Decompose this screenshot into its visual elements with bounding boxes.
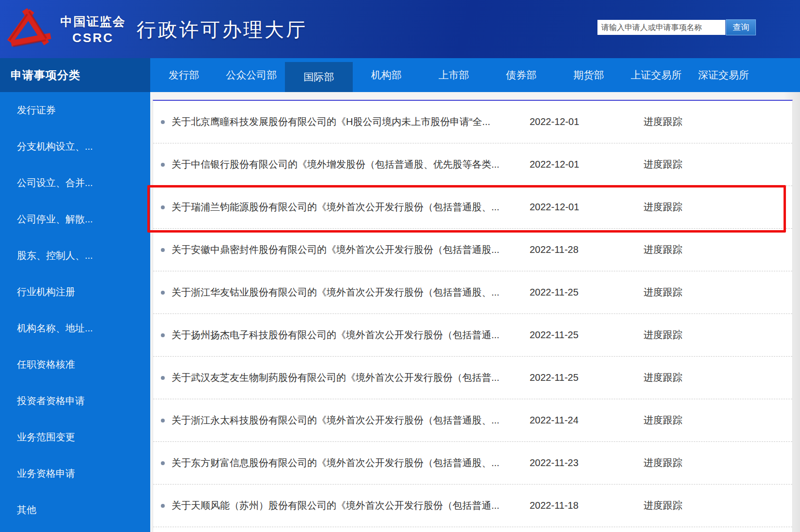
bullet-icon (161, 333, 165, 337)
application-title-link[interactable]: 关于扬州扬杰电子科技股份有限公司的《境外首次公开发行股份（包括普通... (172, 329, 530, 342)
department-tab[interactable]: 期货部 (555, 58, 622, 92)
bullet-icon (161, 376, 165, 380)
application-date: 2022-11-18 (530, 500, 583, 511)
application-title-link[interactable]: 关于浙江永太科技股份有限公司的《境外首次公开发行股份（包括普通股、... (172, 414, 530, 427)
page-title: 行政许可办理大厅 (137, 16, 307, 43)
application-title-link[interactable]: 关于瑞浦兰钧能源股份有限公司的《境外首次公开发行股份（包括普通股、... (172, 201, 530, 214)
progress-tracking-link[interactable]: 进度跟踪 (643, 286, 685, 299)
bullet-icon (161, 205, 165, 209)
csrc-logo-icon (4, 3, 54, 55)
application-date: 2022-12-01 (530, 116, 583, 127)
sidebar-category-item[interactable]: 投资者资格申请 (0, 383, 150, 419)
progress-tracking-link[interactable]: 进度跟踪 (643, 115, 685, 128)
sidebar-category-item[interactable]: 任职资格核准 (0, 346, 150, 383)
department-tab[interactable]: 国际部 (285, 62, 352, 92)
content-area: 关于北京鹰瞳科技发展股份有限公司的《H股公司境内未上市股份申请“全... 202… (150, 92, 800, 532)
application-date: 2022-11-25 (530, 287, 583, 298)
sidebar-category-item[interactable]: 机构名称、地址... (0, 310, 150, 346)
progress-tracking-link[interactable]: 进度跟踪 (643, 243, 685, 256)
top-banner: 中国证监会 CSRC 行政许可办理大厅 查询 (0, 0, 800, 58)
list-item-row: 关于天顺风能（苏州）股份有限公司的《境外首次公开发行股份（包括普通... 202… (153, 485, 792, 527)
progress-tracking-link[interactable]: 进度跟踪 (643, 201, 685, 214)
list-item-row: 关于北京鹰瞳科技发展股份有限公司的《H股公司境内未上市股份申请“全... 202… (153, 101, 792, 143)
department-tab[interactable]: 深证交易所 (690, 58, 757, 92)
department-tabs: 发行部 公众公司部 国际部 机构部 上市部 债券部 期货部 上证交易所 深证交易… (150, 58, 800, 92)
sidebar-category-item[interactable]: 业务资格申请 (0, 455, 150, 492)
org-name-block: 中国证监会 CSRC (54, 14, 132, 46)
sidebar-category-item[interactable]: 分支机构设立、... (0, 128, 150, 165)
search-button[interactable]: 查询 (726, 19, 756, 35)
department-tab[interactable]: 公众公司部 (218, 58, 285, 92)
csrc-licensing-page: 中国证监会 CSRC 行政许可办理大厅 查询 申请事项分类 发行证券 分支机构设… (0, 0, 800, 532)
org-name-en: CSRC (54, 31, 132, 46)
department-tab[interactable]: 发行部 (150, 58, 218, 92)
sidebar-category-item[interactable]: 其他 (0, 492, 150, 528)
sidebar: 申请事项分类 发行证券 分支机构设立、... 公司设立、合并... 公司停业、解… (0, 58, 150, 532)
application-title-link[interactable]: 关于中信银行股份有限公司的《境外增发股份（包括普通股、优先股等各类... (172, 158, 530, 171)
sidebar-title: 申请事项分类 (0, 58, 150, 92)
sidebar-category-item[interactable]: 发行证券 (0, 92, 150, 128)
application-title-link[interactable]: 关于天顺风能（苏州）股份有限公司的《境外首次公开发行股份（包括普通... (172, 499, 530, 512)
progress-tracking-link[interactable]: 进度跟踪 (643, 499, 685, 512)
org-name-cn: 中国证监会 (54, 14, 132, 30)
bullet-icon (161, 291, 165, 295)
application-title-link[interactable]: 关于北京鹰瞳科技发展股份有限公司的《H股公司境内未上市股份申请“全... (172, 115, 530, 128)
bullet-icon (161, 461, 165, 465)
list-item-row: 关于中信银行股份有限公司的《境外增发股份（包括普通股、优先股等各类... 202… (153, 143, 792, 186)
application-title-link[interactable]: 关于东方财富信息股份有限公司的《境外首次公开发行股份（包括普通股、... (172, 456, 530, 469)
sidebar-category-item[interactable]: 股东、控制人、... (0, 237, 150, 274)
list-item-row: 关于浙江永太科技股份有限公司的《境外首次公开发行股份（包括普通股、... 202… (153, 399, 792, 442)
application-date: 2022-11-28 (530, 244, 583, 255)
list-item-row: 关于东方财富信息股份有限公司的《境外首次公开发行股份（包括普通股、... 202… (153, 442, 792, 485)
department-tab[interactable]: 机构部 (353, 58, 420, 92)
application-date: 2022-11-25 (530, 329, 583, 341)
application-title-link[interactable]: 关于安徽中鼎密封件股份有限公司的《境外首次公开发行股份（包括普通股... (172, 243, 530, 256)
sidebar-category-item[interactable]: 业务范围变更 (0, 419, 150, 455)
search-input[interactable] (597, 20, 725, 35)
progress-tracking-link[interactable]: 进度跟踪 (643, 329, 685, 342)
sidebar-category-item[interactable]: 公司设立、合并... (0, 165, 150, 201)
list-item-row: 关于安徽中鼎密封件股份有限公司的《境外首次公开发行股份（包括普通股... 202… (153, 229, 792, 271)
department-tab[interactable]: 上市部 (420, 58, 487, 92)
search-box: 查询 (597, 19, 756, 35)
bullet-icon (161, 248, 165, 252)
bullet-icon (161, 419, 165, 422)
application-title-link[interactable]: 关于武汉友芝友生物制药股份有限公司的《境外首次公开发行股份（包括普... (172, 371, 530, 384)
progress-tracking-link[interactable]: 进度跟踪 (643, 371, 685, 384)
sidebar-category-item[interactable]: 行业机构注册 (0, 274, 150, 310)
progress-tracking-link[interactable]: 进度跟踪 (643, 414, 685, 427)
sidebar-category-item[interactable]: 公司停业、解散... (0, 201, 150, 237)
application-title-link[interactable]: 关于浙江华友钴业股份有限公司的《境外首次公开发行股份（包括普通股、... (172, 286, 530, 299)
application-date: 2022-11-24 (530, 415, 583, 426)
application-date: 2022-11-23 (530, 457, 583, 469)
bullet-icon (161, 163, 165, 167)
bullet-icon (161, 504, 165, 508)
application-date: 2022-12-01 (530, 159, 583, 170)
sidebar-category-list: 发行证券 分支机构设立、... 公司设立、合并... 公司停业、解散... 股东… (0, 92, 150, 528)
bullet-icon (161, 120, 165, 124)
department-tab[interactable]: 上证交易所 (623, 58, 690, 92)
list-item-row: 关于扬州扬杰电子科技股份有限公司的《境外首次公开发行股份（包括普通... 202… (153, 314, 792, 357)
application-date: 2022-11-25 (530, 372, 583, 383)
department-tab[interactable]: 债券部 (487, 58, 555, 92)
list-item-row: 关于瑞浦兰钧能源股份有限公司的《境外首次公开发行股份（包括普通股、... 202… (153, 186, 792, 229)
progress-tracking-link[interactable]: 进度跟踪 (643, 456, 685, 469)
application-list: 关于北京鹰瞳科技发展股份有限公司的《H股公司境内未上市股份申请“全... 202… (153, 100, 793, 532)
list-item-row: 关于浙江华友钴业股份有限公司的《境外首次公开发行股份（包括普通股、... 202… (153, 271, 792, 314)
csrc-triangle-logo-icon (6, 6, 52, 52)
list-item-row: 关于武汉友芝友生物制药股份有限公司的《境外首次公开发行股份（包括普... 202… (153, 357, 792, 399)
progress-tracking-link[interactable]: 进度跟踪 (643, 158, 685, 171)
application-date: 2022-12-01 (530, 202, 583, 213)
